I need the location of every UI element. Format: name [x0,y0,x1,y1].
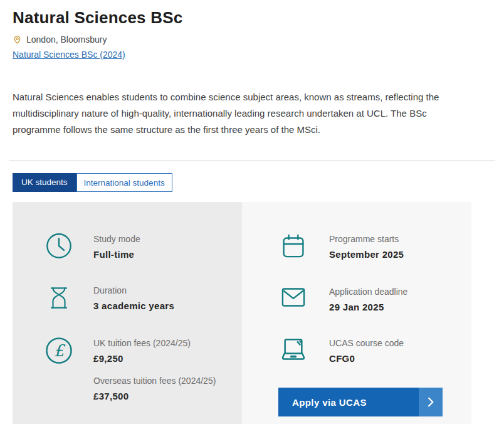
tab-uk-students[interactable]: UK students [13,173,76,192]
hourglass-icon [44,284,74,312]
student-type-tabs: UK students International students [13,173,504,192]
chevron-right-icon [419,388,443,416]
duration-label: Duration [93,285,174,295]
course-link-row: Natural Sciences BSc (2024) [13,49,504,60]
envelope-icon [278,285,308,312]
uk-fees-group: UK tuition fees (2024/25) £9,250 [93,338,216,364]
course-description: Natural Sciences enables students to com… [13,89,475,138]
key-info-right-column: Programme starts September 2025 Applicat… [242,202,471,424]
ucas-code-value: CFG0 [329,353,404,364]
duration-row: Duration 3 academic years [44,284,242,312]
tab-international-students[interactable]: International students [76,173,172,192]
apply-button-label: Apply via UCAS [278,388,419,416]
apply-via-ucas-button[interactable]: Apply via UCAS [278,388,443,416]
svg-text:£: £ [54,341,66,360]
application-deadline-value: 29 Jan 2025 [329,302,407,312]
location-row: London, Bloomsbury [13,34,504,45]
pound-icon: £ [44,336,74,401]
study-mode-label: Study mode [93,234,140,244]
key-information-panel: Study mode Full-time Duration 3 academic… [13,202,471,424]
ucas-code-label: UCAS course code [329,338,404,348]
page-title: Natural Sciences BSc [13,8,504,28]
course-page: Natural Sciences BSc London, Bloomsbury … [0,8,504,424]
section-divider [9,161,495,161]
laptop-icon [278,336,308,364]
course-year-link[interactable]: Natural Sciences BSc (2024) [13,50,125,60]
duration-value: 3 academic years [93,300,174,311]
programme-starts-label: Programme starts [329,234,404,244]
clock-icon [44,232,74,260]
location-text: London, Bloomsbury [26,34,107,45]
application-deadline-row: Application deadline 29 Jan 2025 [278,285,471,312]
key-info-left-column: Study mode Full-time Duration 3 academic… [13,202,242,424]
map-pin-icon [13,34,22,45]
uk-fees-value: £9,250 [93,353,216,364]
calendar-icon [278,232,308,261]
study-mode-row: Study mode Full-time [44,232,242,260]
ucas-code-row: UCAS course code CFG0 [278,336,471,364]
uk-fees-label: UK tuition fees (2024/25) [93,338,216,348]
application-deadline-label: Application deadline [329,287,407,297]
study-mode-value: Full-time [93,249,140,260]
programme-starts-row: Programme starts September 2025 [278,232,471,261]
overseas-fees-label: Overseas tuition fees (2024/25) [93,376,216,386]
overseas-fees-group: Overseas tuition fees (2024/25) £37,500 [93,376,216,401]
programme-starts-value: September 2025 [329,249,404,260]
overseas-fees-value: £37,500 [93,391,216,401]
tuition-fees-row: £ UK tuition fees (2024/25) £9,250 Overs… [44,336,242,401]
